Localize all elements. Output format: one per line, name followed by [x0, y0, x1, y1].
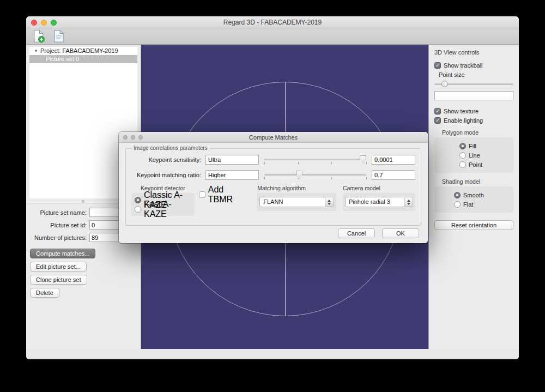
- show-trackball-label: Show trackball: [444, 62, 483, 69]
- project-label: Project: FABACADEMY-2019: [40, 47, 118, 55]
- fast-akaze-label: Fast A-KAZE: [144, 200, 191, 219]
- zoom-button[interactable]: [51, 20, 57, 26]
- point-size-slider[interactable]: [434, 79, 513, 90]
- enable-lighting-checkbox[interactable]: ✓ Enable lighting: [434, 117, 513, 124]
- checkbox-checked-icon: ✓: [434, 62, 441, 69]
- open-project-icon: [52, 29, 65, 43]
- radio-icon: [454, 201, 461, 208]
- stepper-arrows-icon: [404, 197, 413, 207]
- radio-selected-icon: [459, 143, 466, 149]
- fill-label: Fill: [469, 143, 476, 149]
- keypoint-detector-group: Classic A-KAZE Fast A-KAZE: [131, 193, 195, 216]
- slider-track: [264, 174, 366, 176]
- point-size-input[interactable]: [434, 91, 513, 100]
- enable-lighting-label: Enable lighting: [444, 117, 483, 124]
- camera-model-label: Camera model: [343, 185, 415, 191]
- disclosure-triangle-icon[interactable]: ▼: [34, 47, 38, 55]
- polygon-mode-fill-radio[interactable]: Fill: [459, 141, 510, 150]
- flat-label: Flat: [463, 201, 473, 208]
- add-tbmr-checkbox[interactable]: Add TBMR: [199, 185, 249, 204]
- edit-picture-set-button[interactable]: Edit picture set...: [30, 262, 87, 272]
- picture-set-actions: Compute matches... Edit picture set... C…: [26, 245, 141, 298]
- delete-button[interactable]: Delete: [30, 288, 59, 298]
- slider-track: [264, 159, 366, 160]
- toolbar: [26, 28, 519, 45]
- keypoint-matching-ratio-row: Keypoint matching ratio:: [131, 170, 415, 180]
- picture-set-name-label: Picture set name:: [28, 209, 87, 216]
- number-of-pictures-label: Number of pictures:: [28, 234, 87, 241]
- keypoint-matching-ratio-label: Keypoint matching ratio:: [131, 172, 201, 178]
- radio-icon: [459, 152, 466, 159]
- keypoint-matching-ratio-preset-input[interactable]: [205, 170, 259, 180]
- matching-algorithm-section: Matching algorithm FLANN: [257, 185, 336, 216]
- camera-model-value: Pinhole radial 3: [346, 197, 404, 207]
- tree-item-picture-set[interactable]: Picture set 0: [29, 55, 137, 63]
- slider-thumb[interactable]: [360, 155, 366, 164]
- radio-selected-icon: [454, 192, 461, 198]
- reset-orientation-button[interactable]: Reset orientation: [434, 220, 513, 230]
- show-texture-label: Show texture: [444, 108, 479, 114]
- matching-algorithm-select[interactable]: FLANN: [259, 197, 334, 207]
- matching-algorithm-value: FLANN: [260, 197, 325, 207]
- keypoint-sensitivity-value-input[interactable]: [372, 155, 415, 165]
- shading-flat-radio[interactable]: Flat: [454, 200, 510, 209]
- keypoint-sensitivity-preset-input[interactable]: [205, 155, 259, 165]
- compute-matches-dialog: Compute Matches Image correlations param…: [119, 132, 428, 243]
- camera-model-box: Pinhole radial 3: [343, 193, 415, 211]
- checkbox-checked-icon: ✓: [434, 108, 441, 114]
- matching-algorithm-label: Matching algorithm: [257, 185, 336, 191]
- polygon-mode-line-radio[interactable]: Line: [459, 150, 510, 160]
- desktop: Regard 3D - FABACADEMY-2019: [0, 0, 545, 392]
- camera-model-select[interactable]: Pinhole radial 3: [345, 197, 413, 207]
- dialog-minimize-button[interactable]: [131, 135, 135, 140]
- keypoint-sensitivity-slider[interactable]: [264, 154, 366, 165]
- add-tbmr-label: Add TBMR: [208, 185, 249, 204]
- radio-selected-icon: [135, 197, 141, 203]
- keypoint-matching-ratio-value-input[interactable]: [372, 170, 415, 180]
- show-trackball-checkbox[interactable]: ✓ Show trackball: [434, 62, 513, 69]
- shading-model-label: Shading model: [434, 178, 513, 185]
- dialog-title: Compute Matches: [119, 134, 428, 141]
- tree-item-project[interactable]: ▼ Project: FABACADEMY-2019: [29, 47, 137, 55]
- fast-akaze-radio[interactable]: Fast A-KAZE: [135, 204, 191, 214]
- polygon-mode-group: Fill Line Point: [434, 137, 513, 173]
- compute-matches-button[interactable]: Compute matches...: [30, 249, 95, 258]
- smooth-label: Smooth: [463, 192, 484, 198]
- view-controls-panel: 3D View controls ✓ Show trackball Point …: [428, 45, 519, 349]
- minimize-button[interactable]: [41, 20, 47, 26]
- shading-smooth-radio[interactable]: Smooth: [454, 190, 510, 200]
- view-controls-title: 3D View controls: [434, 49, 513, 56]
- tbmr-section: Add TBMR: [199, 185, 249, 216]
- matching-algorithm-box: FLANN: [257, 193, 336, 211]
- polygon-mode-point-radio[interactable]: Point: [459, 160, 510, 169]
- splitter-grip-icon: [82, 200, 84, 203]
- keypoint-matching-ratio-slider[interactable]: [264, 170, 366, 180]
- radio-icon: [135, 206, 141, 213]
- close-button[interactable]: [31, 20, 37, 26]
- show-texture-checkbox[interactable]: ✓ Show texture: [434, 108, 513, 114]
- window-footer: [26, 349, 519, 359]
- stepper-arrows-icon: [325, 197, 334, 207]
- open-project-button[interactable]: [51, 29, 65, 44]
- titlebar[interactable]: Regard 3D - FABACADEMY-2019: [26, 16, 519, 28]
- dialog-close-button[interactable]: [123, 135, 128, 140]
- image-correlations-group: Image correlations parameters Keypoint s…: [125, 148, 421, 226]
- clone-picture-set-button[interactable]: Clone picture set: [30, 275, 87, 285]
- slider-thumb[interactable]: [441, 81, 448, 87]
- checkbox-checked-icon: ✓: [434, 117, 441, 124]
- radio-icon: [459, 161, 466, 168]
- traffic-lights: [31, 16, 57, 28]
- dialog-titlebar[interactable]: Compute Matches: [119, 132, 428, 143]
- picture-set-id-label: Picture set id:: [28, 222, 87, 228]
- new-picture-set-button[interactable]: [32, 29, 46, 44]
- cancel-button[interactable]: Cancel: [338, 228, 375, 238]
- dialog-zoom-button[interactable]: [138, 135, 143, 140]
- keypoint-sensitivity-row: Keypoint sensitivity:: [131, 154, 415, 165]
- ok-button[interactable]: OK: [382, 228, 419, 238]
- shading-model-group: Smooth Flat: [434, 186, 513, 213]
- new-picture-set-icon: [33, 29, 45, 43]
- slider-thumb[interactable]: [296, 171, 302, 179]
- keypoint-sensitivity-label: Keypoint sensitivity:: [131, 156, 201, 163]
- picture-set-label: Picture set 0: [46, 56, 79, 62]
- checkbox-unchecked-icon: [199, 191, 205, 198]
